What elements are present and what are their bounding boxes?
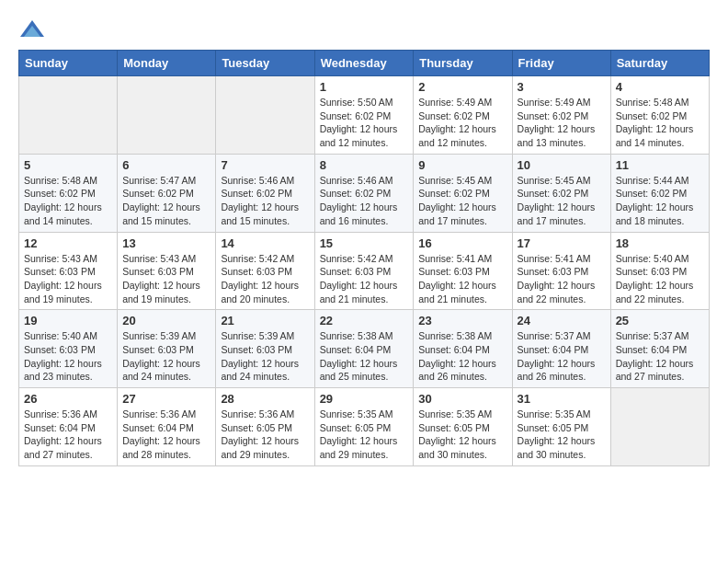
day-info: Sunrise: 5:38 AM Sunset: 6:04 PM Dayligh…	[418, 329, 506, 384]
calendar-cell: 9Sunrise: 5:45 AM Sunset: 6:02 PM Daylig…	[414, 154, 512, 232]
calendar-cell: 19Sunrise: 5:40 AM Sunset: 6:03 PM Dayli…	[19, 310, 118, 388]
day-info: Sunrise: 5:49 AM Sunset: 6:02 PM Dayligh…	[418, 96, 506, 150]
calendar-cell: 15Sunrise: 5:42 AM Sunset: 6:03 PM Dayli…	[314, 232, 414, 310]
calendar-cell: 7Sunrise: 5:46 AM Sunset: 6:02 PM Daylig…	[216, 154, 314, 232]
calendar-week-row: 5Sunrise: 5:48 AM Sunset: 6:02 PM Daylig…	[19, 154, 710, 232]
calendar-cell	[610, 388, 709, 466]
day-number: 10	[518, 158, 606, 172]
day-number: 21	[221, 314, 309, 327]
day-info: Sunrise: 5:40 AM Sunset: 6:03 PM Dayligh…	[24, 329, 112, 384]
calendar-cell: 13Sunrise: 5:43 AM Sunset: 6:03 PM Dayli…	[118, 232, 216, 310]
weekday-header: Monday	[118, 51, 216, 76]
weekday-header: Wednesday	[314, 51, 414, 76]
day-number: 25	[616, 314, 704, 327]
day-info: Sunrise: 5:44 AM Sunset: 6:02 PM Dayligh…	[616, 174, 704, 228]
calendar-cell: 1Sunrise: 5:50 AM Sunset: 6:02 PM Daylig…	[314, 76, 414, 155]
day-info: Sunrise: 5:38 AM Sunset: 6:04 PM Dayligh…	[320, 329, 409, 384]
day-info: Sunrise: 5:40 AM Sunset: 6:03 PM Dayligh…	[616, 252, 704, 306]
day-number: 19	[24, 314, 112, 327]
calendar-cell: 27Sunrise: 5:36 AM Sunset: 6:04 PM Dayli…	[118, 388, 216, 466]
day-number: 9	[418, 158, 506, 172]
day-info: Sunrise: 5:35 AM Sunset: 6:05 PM Dayligh…	[518, 408, 606, 462]
day-number: 7	[221, 158, 309, 172]
day-number: 4	[616, 80, 704, 94]
day-info: Sunrise: 5:42 AM Sunset: 6:03 PM Dayligh…	[320, 252, 409, 306]
day-number: 6	[122, 158, 210, 172]
day-number: 26	[24, 392, 112, 406]
calendar-cell: 28Sunrise: 5:36 AM Sunset: 6:05 PM Dayli…	[216, 388, 314, 466]
calendar-cell: 11Sunrise: 5:44 AM Sunset: 6:02 PM Dayli…	[610, 154, 709, 232]
calendar-cell: 14Sunrise: 5:42 AM Sunset: 6:03 PM Dayli…	[216, 232, 314, 310]
day-number: 2	[418, 80, 506, 94]
weekday-header: Friday	[512, 51, 610, 76]
logo	[18, 18, 50, 40]
day-info: Sunrise: 5:41 AM Sunset: 6:03 PM Dayligh…	[518, 252, 606, 306]
day-number: 18	[616, 236, 704, 250]
day-number: 1	[320, 80, 409, 94]
calendar-week-row: 1Sunrise: 5:50 AM Sunset: 6:02 PM Daylig…	[19, 76, 710, 155]
day-number: 14	[221, 236, 309, 250]
day-number: 12	[24, 236, 112, 250]
calendar-header-row: SundayMondayTuesdayWednesdayThursdayFrid…	[19, 51, 710, 76]
calendar-cell: 12Sunrise: 5:43 AM Sunset: 6:03 PM Dayli…	[19, 232, 118, 310]
weekday-header: Thursday	[414, 51, 512, 76]
calendar-cell: 18Sunrise: 5:40 AM Sunset: 6:03 PM Dayli…	[610, 232, 709, 310]
calendar-cell: 20Sunrise: 5:39 AM Sunset: 6:03 PM Dayli…	[118, 310, 216, 388]
calendar-table: SundayMondayTuesdayWednesdayThursdayFrid…	[18, 50, 710, 466]
day-info: Sunrise: 5:42 AM Sunset: 6:03 PM Dayligh…	[221, 252, 309, 306]
calendar-cell: 10Sunrise: 5:45 AM Sunset: 6:02 PM Dayli…	[512, 154, 610, 232]
day-info: Sunrise: 5:36 AM Sunset: 6:04 PM Dayligh…	[122, 408, 210, 462]
calendar-cell: 22Sunrise: 5:38 AM Sunset: 6:04 PM Dayli…	[314, 310, 414, 388]
day-info: Sunrise: 5:45 AM Sunset: 6:02 PM Dayligh…	[418, 174, 506, 228]
day-info: Sunrise: 5:46 AM Sunset: 6:02 PM Dayligh…	[320, 174, 409, 228]
day-number: 8	[320, 158, 409, 172]
calendar-cell: 5Sunrise: 5:48 AM Sunset: 6:02 PM Daylig…	[19, 154, 118, 232]
page-header	[18, 18, 710, 40]
weekday-header: Saturday	[610, 51, 709, 76]
day-number: 3	[518, 80, 606, 94]
calendar-cell: 23Sunrise: 5:38 AM Sunset: 6:04 PM Dayli…	[414, 310, 512, 388]
day-info: Sunrise: 5:37 AM Sunset: 6:04 PM Dayligh…	[616, 329, 704, 384]
day-info: Sunrise: 5:35 AM Sunset: 6:05 PM Dayligh…	[418, 408, 506, 462]
calendar-cell: 16Sunrise: 5:41 AM Sunset: 6:03 PM Dayli…	[414, 232, 512, 310]
day-info: Sunrise: 5:48 AM Sunset: 6:02 PM Dayligh…	[24, 174, 112, 228]
calendar-cell: 6Sunrise: 5:47 AM Sunset: 6:02 PM Daylig…	[118, 154, 216, 232]
calendar-week-row: 26Sunrise: 5:36 AM Sunset: 6:04 PM Dayli…	[19, 388, 710, 466]
day-number: 15	[320, 236, 409, 250]
day-info: Sunrise: 5:35 AM Sunset: 6:05 PM Dayligh…	[320, 408, 409, 462]
day-info: Sunrise: 5:43 AM Sunset: 6:03 PM Dayligh…	[122, 252, 210, 306]
weekday-header: Sunday	[19, 51, 118, 76]
day-number: 20	[122, 314, 210, 327]
weekday-header: Tuesday	[216, 51, 314, 76]
day-number: 30	[418, 392, 506, 406]
day-info: Sunrise: 5:36 AM Sunset: 6:05 PM Dayligh…	[221, 408, 309, 462]
day-info: Sunrise: 5:37 AM Sunset: 6:04 PM Dayligh…	[518, 329, 606, 384]
day-number: 23	[418, 314, 506, 327]
day-number: 17	[518, 236, 606, 250]
calendar-cell: 4Sunrise: 5:48 AM Sunset: 6:02 PM Daylig…	[610, 76, 709, 155]
calendar-cell: 25Sunrise: 5:37 AM Sunset: 6:04 PM Dayli…	[610, 310, 709, 388]
day-info: Sunrise: 5:50 AM Sunset: 6:02 PM Dayligh…	[320, 96, 409, 150]
calendar-cell	[19, 76, 118, 155]
day-info: Sunrise: 5:36 AM Sunset: 6:04 PM Dayligh…	[24, 408, 112, 462]
calendar-cell: 8Sunrise: 5:46 AM Sunset: 6:02 PM Daylig…	[314, 154, 414, 232]
day-info: Sunrise: 5:39 AM Sunset: 6:03 PM Dayligh…	[122, 329, 210, 384]
calendar-cell: 31Sunrise: 5:35 AM Sunset: 6:05 PM Dayli…	[512, 388, 610, 466]
day-number: 31	[518, 392, 606, 406]
calendar-week-row: 19Sunrise: 5:40 AM Sunset: 6:03 PM Dayli…	[19, 310, 710, 388]
day-number: 22	[320, 314, 409, 327]
day-number: 13	[122, 236, 210, 250]
calendar-cell: 2Sunrise: 5:49 AM Sunset: 6:02 PM Daylig…	[414, 76, 512, 155]
calendar-cell: 17Sunrise: 5:41 AM Sunset: 6:03 PM Dayli…	[512, 232, 610, 310]
day-number: 24	[518, 314, 606, 327]
calendar-cell	[118, 76, 216, 155]
day-info: Sunrise: 5:49 AM Sunset: 6:02 PM Dayligh…	[518, 96, 606, 150]
day-info: Sunrise: 5:39 AM Sunset: 6:03 PM Dayligh…	[221, 329, 309, 384]
day-info: Sunrise: 5:46 AM Sunset: 6:02 PM Dayligh…	[221, 174, 309, 228]
day-number: 11	[616, 158, 704, 172]
day-info: Sunrise: 5:47 AM Sunset: 6:02 PM Dayligh…	[122, 174, 210, 228]
calendar-cell: 21Sunrise: 5:39 AM Sunset: 6:03 PM Dayli…	[216, 310, 314, 388]
calendar-cell: 24Sunrise: 5:37 AM Sunset: 6:04 PM Dayli…	[512, 310, 610, 388]
calendar-cell	[216, 76, 314, 155]
day-number: 28	[221, 392, 309, 406]
